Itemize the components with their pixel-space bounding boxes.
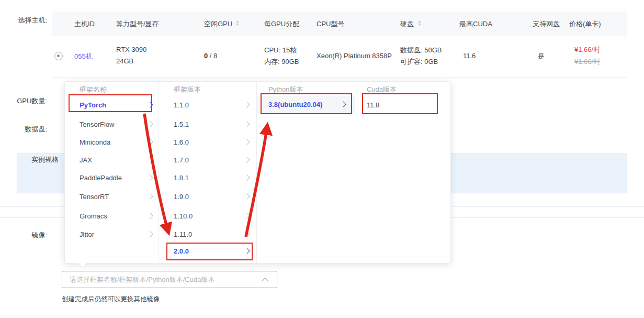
cascader-item-jax[interactable]: JAX xyxy=(65,153,159,168)
dropdown-notch xyxy=(78,263,87,268)
cascader-item-v1-11-0[interactable]: 1.11.0 xyxy=(159,227,256,242)
cascader-item-v1-9-0[interactable]: 1.9.0 xyxy=(159,190,256,204)
chevron-right-icon xyxy=(244,231,250,237)
gpu-model-line1: RTX 3090 xyxy=(116,46,146,53)
cascader-item-v1-5-1[interactable]: 1.5.1 xyxy=(159,117,256,132)
cascader-header-version: 框架版本 xyxy=(174,85,201,94)
chevron-right-icon xyxy=(147,213,153,218)
cascader-item-v2-0-0[interactable]: 2.0.0 xyxy=(159,244,256,259)
chevron-right-icon xyxy=(244,248,250,254)
chevron-right-icon xyxy=(147,174,153,180)
col-header-free-gpu: 空闲GPU xyxy=(204,19,232,29)
gpu-count-label: GPU数量: xyxy=(0,96,47,106)
cascader-item-jittor[interactable]: Jittor xyxy=(65,227,159,242)
cascader-item-v1-1-0[interactable]: 1.1.0 xyxy=(159,98,256,113)
per-gpu-cpu: CPU: 15核 xyxy=(264,46,297,55)
cascader-item-tensorrt[interactable]: TensorRT xyxy=(65,190,159,204)
chevron-right-icon xyxy=(244,213,250,218)
image-cascader-dropdown: 框架名称 PyTorch TensorFlow Miniconda JAX Pa… xyxy=(64,81,451,264)
free-gpu-total: / 8 xyxy=(208,52,217,60)
chevron-right-icon xyxy=(147,121,153,127)
col-header-price: 价格(单卡) xyxy=(569,19,601,29)
gpu-model-line2: 24GB xyxy=(116,57,133,65)
cascader-item-python-3-8[interactable]: 3.8(ubuntu20.04) xyxy=(257,96,355,114)
price-current: ¥1.66/时 xyxy=(574,45,600,54)
chevron-right-icon xyxy=(244,157,250,162)
data-disk-label: 数据盘: xyxy=(0,125,47,134)
chevron-right-icon xyxy=(244,193,250,199)
host-id-link[interactable]: 055机 xyxy=(74,52,93,61)
sort-icon[interactable] xyxy=(236,20,239,26)
cascader-item-tensorflow[interactable]: TensorFlow xyxy=(65,117,159,132)
caret-down-icon xyxy=(236,24,239,26)
cascader-column-version: 框架版本 1.1.0 1.5.1 1.6.0 1.7.0 1.8.1 1.9.0… xyxy=(159,82,257,263)
cpu-model-cell: Xeon(R) Platinum 8358P xyxy=(317,52,392,60)
cascader-column-python: Python版本 3.8(ubuntu20.04) xyxy=(257,82,355,263)
disk-expand-cell: 可扩容: 0GB xyxy=(400,57,438,67)
col-header-host-id: 主机ID xyxy=(74,19,95,29)
cascader-item-cuda-11-8[interactable]: 11.8 xyxy=(355,98,450,113)
caret-up-icon xyxy=(418,20,421,23)
image-label: 镜像: xyxy=(0,231,47,240)
col-header-per-gpu: 每GPU分配 xyxy=(264,19,299,29)
image-select-placeholder: 请选择框架名称/框架版本/Python版本/Cuda版本 xyxy=(70,271,214,288)
cascader-column-cuda: Cuda版本 11.8 xyxy=(355,82,450,263)
cascader-header-python: Python版本 xyxy=(268,85,303,94)
col-header-cpu: CPU型号 xyxy=(317,19,344,29)
price-original: ¥1.66/时 xyxy=(574,57,600,67)
cascader-item-miniconda[interactable]: Miniconda xyxy=(65,135,159,150)
chevron-right-icon xyxy=(244,174,250,180)
free-gpu-cell: 0 / 8 xyxy=(204,52,217,60)
cascader-item-v1-8-1[interactable]: 1.8.1 xyxy=(159,171,256,185)
chevron-right-icon xyxy=(147,193,153,199)
cascader-item-v1-10-0[interactable]: 1.10.0 xyxy=(159,209,256,224)
chevron-right-icon xyxy=(340,101,346,107)
chevron-right-icon xyxy=(244,102,250,107)
cascader-column-framework: 框架名称 PyTorch TensorFlow Miniconda JAX Pa… xyxy=(65,82,159,263)
per-gpu-mem: 内存: 90GB xyxy=(264,57,299,67)
cascader-item-v1-6-0[interactable]: 1.6.0 xyxy=(159,135,256,150)
cascader-item-gromacs[interactable]: Gromacs xyxy=(65,209,159,224)
image-hint-text: 创建完成后仍然可以更换其他镜像 xyxy=(62,295,160,304)
chevron-right-icon xyxy=(147,157,153,162)
select-host-label: 选择主机: xyxy=(0,16,47,25)
gpu-instance-create-page: 选择主机: 主机ID 算力型号/显存 空闲GPU 每GPU分配 CPU型号 硬盘… xyxy=(0,0,644,318)
cascader-header-cuda: Cuda版本 xyxy=(367,85,397,94)
disk-data-cell: 数据盘: 50GB xyxy=(400,46,442,55)
chevron-right-icon xyxy=(147,139,153,145)
cascader-item-v1-7-0[interactable]: 1.7.0 xyxy=(159,153,256,168)
cascader-item-paddlepaddle[interactable]: PaddlePaddle xyxy=(65,171,159,185)
chevron-up-icon xyxy=(262,278,268,284)
col-header-model: 算力型号/显存 xyxy=(116,19,159,29)
chevron-right-icon xyxy=(244,121,250,127)
caret-up-icon xyxy=(236,20,239,23)
col-header-net-disk: 支持网盘 xyxy=(533,19,560,29)
chevron-right-icon xyxy=(244,139,250,145)
sort-icon[interactable] xyxy=(418,20,421,26)
chevron-right-icon xyxy=(147,102,153,107)
table-row-divider xyxy=(52,77,627,78)
instance-spec-label: 实例规格 xyxy=(31,155,59,165)
image-select-input[interactable]: 请选择框架名称/框架版本/Python版本/Cuda版本 xyxy=(62,271,277,288)
host-radio-selected[interactable] xyxy=(54,52,63,60)
caret-down-icon xyxy=(418,24,421,26)
net-disk-cell: 是 xyxy=(538,52,545,61)
max-cuda-cell: 11.6 xyxy=(463,52,476,60)
bottom-divider xyxy=(0,315,644,315)
cascader-header-framework: 框架名称 xyxy=(80,85,107,94)
cascader-item-pytorch[interactable]: PyTorch xyxy=(65,98,159,113)
col-header-disk: 硬盘 xyxy=(400,19,414,29)
col-header-max-cuda: 最高CUDA xyxy=(459,19,492,29)
chevron-right-icon xyxy=(147,231,153,237)
